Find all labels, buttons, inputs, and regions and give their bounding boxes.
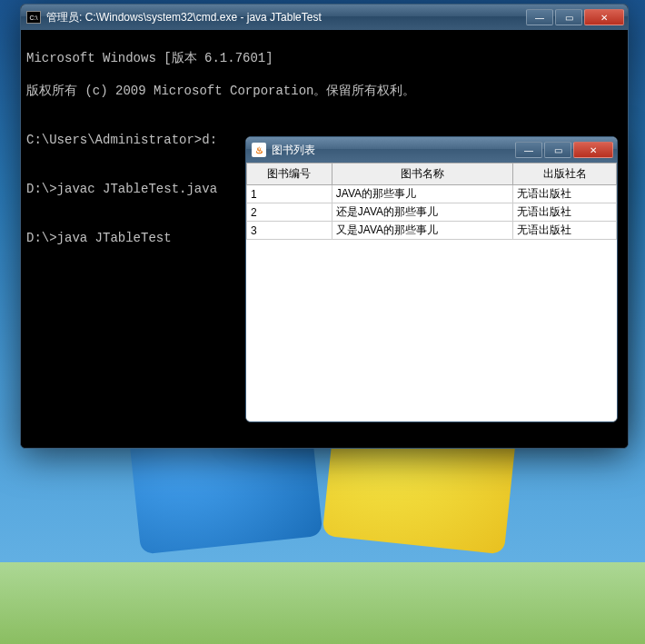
swing-window-controls: — ▭ ✕ — [513, 142, 613, 158]
cell-id[interactable]: 3 — [247, 222, 332, 240]
swing-window[interactable]: ♨ 图书列表 — ▭ ✕ 图书编号 图书名称 出版社名 1 JAVA的那些事儿 … — [245, 136, 618, 422]
cell-name[interactable]: JAVA的那些事儿 — [332, 185, 513, 203]
java-icon: ♨ — [252, 143, 266, 157]
column-header-name[interactable]: 图书名称 — [332, 163, 513, 185]
cell-publisher[interactable]: 无语出版社 — [513, 203, 617, 222]
close-button[interactable]: ✕ — [573, 142, 613, 158]
maximize-button[interactable]: ▭ — [544, 142, 571, 158]
table-row[interactable]: 3 又是JAVA的那些事儿 无语出版社 — [247, 222, 617, 240]
cmd-line: Microsoft Windows [版本 6.1.7601] — [26, 50, 622, 66]
cmd-titlebar[interactable]: C:\ 管理员: C:\Windows\system32\cmd.exe - j… — [21, 5, 628, 30]
swing-title-text: 图书列表 — [272, 143, 513, 158]
swing-content-pane: 图书编号 图书名称 出版社名 1 JAVA的那些事儿 无语出版社 2 还是JAV… — [246, 163, 617, 421]
close-button[interactable]: ✕ — [584, 9, 624, 25]
cmd-line: 版权所有 (c) 2009 Microsoft Corporation。保留所有… — [26, 83, 622, 99]
cell-name[interactable]: 又是JAVA的那些事儿 — [332, 222, 513, 240]
cell-publisher[interactable]: 无语出版社 — [513, 222, 617, 240]
wallpaper-grass — [0, 562, 645, 644]
minimize-button[interactable]: — — [526, 9, 553, 25]
cmd-title-text: 管理员: C:\Windows\system32\cmd.exe - java … — [46, 10, 524, 25]
cmd-window-controls: — ▭ ✕ — [524, 9, 624, 25]
column-header-id[interactable]: 图书编号 — [247, 163, 332, 185]
cell-publisher[interactable]: 无语出版社 — [513, 185, 617, 203]
cmd-icon: C:\ — [26, 11, 41, 24]
cell-id[interactable]: 2 — [247, 203, 332, 222]
cell-name[interactable]: 还是JAVA的那些事儿 — [332, 203, 513, 222]
jtable[interactable]: 图书编号 图书名称 出版社名 1 JAVA的那些事儿 无语出版社 2 还是JAV… — [246, 163, 617, 240]
minimize-button[interactable]: — — [515, 142, 542, 158]
table-row[interactable]: 2 还是JAVA的那些事儿 无语出版社 — [247, 203, 617, 222]
table-header-row: 图书编号 图书名称 出版社名 — [247, 163, 617, 185]
maximize-button[interactable]: ▭ — [555, 9, 582, 25]
swing-titlebar[interactable]: ♨ 图书列表 — ▭ ✕ — [246, 137, 617, 163]
cell-id[interactable]: 1 — [247, 185, 332, 203]
table-row[interactable]: 1 JAVA的那些事儿 无语出版社 — [247, 185, 617, 203]
column-header-publisher[interactable]: 出版社名 — [513, 163, 617, 185]
